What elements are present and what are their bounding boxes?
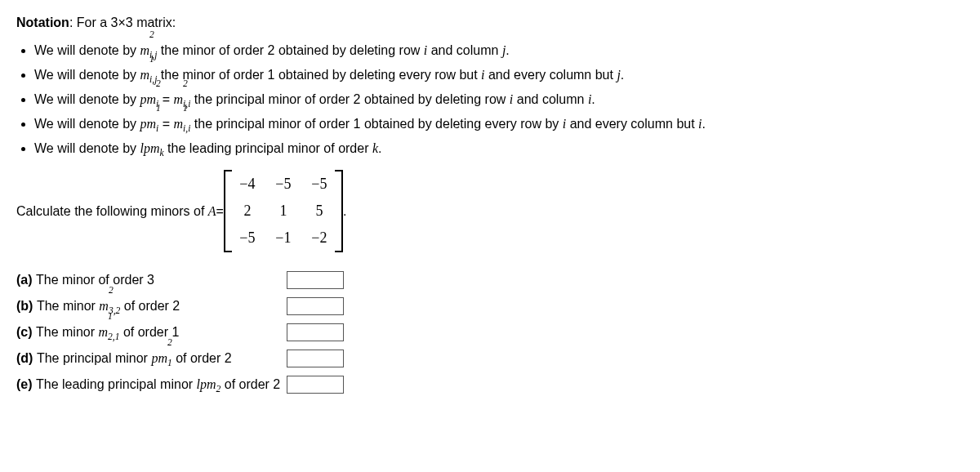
sym-base: m [174,117,184,131]
sym-base: m [140,43,150,57]
calculate-row: Calculate the following minors of A = −4… [16,170,964,252]
question-d-label: (d) The principal minor pm21 of order 2 [16,345,287,372]
text: We will denote by [34,141,140,155]
answer-input-e[interactable] [287,376,344,394]
question-c-label: (c) The minor m12,1 of order 1 [16,319,287,345]
text: We will denote by [34,43,140,57]
q-text: The leading principal minor [36,377,197,391]
matrix: −4 −5 −5 2 1 5 −5 −1 −2 [224,170,343,252]
notation-header: Notation: For a 3×3 matrix: [16,13,964,33]
text: and column [427,43,502,57]
matrix-body: −4 −5 −5 2 1 5 −5 −1 −2 [234,170,333,252]
q-letter: (a) [16,273,36,287]
question-a-label: (a) The minor of order 3 [16,267,287,293]
text: . [591,92,595,106]
q-text: of order 2 [172,351,232,365]
text: and every column but [485,68,617,82]
q-text: The minor [37,299,99,313]
sym-base: m [174,92,184,106]
matrix-cell: −2 [310,227,328,249]
text: the leading principal minor of order [164,141,372,155]
answer-input-c[interactable] [287,323,344,341]
q-text: The minor of order 3 [36,273,154,287]
q-letter: (c) [16,325,36,339]
q-letter: (e) [16,377,36,391]
q-text: of order 2 [120,299,180,313]
calc-prefix: Calculate the following minors of [16,202,204,221]
var: k [372,141,378,155]
text: We will denote by [34,68,140,82]
answer-input-a[interactable] [287,271,344,289]
questions: (a) The minor of order 3 (b) The minor m… [16,267,344,398]
notation-suffix: : For a 3×3 matrix: [69,16,176,29]
minor-symbol: m12,1 [98,325,119,339]
text: . [621,68,624,82]
minor-symbol: m1i,j [140,68,158,82]
answer-input-d[interactable] [287,350,344,367]
calc-A: A [208,202,216,221]
question-d: (d) The principal minor pm21 of order 2 [16,345,344,372]
q-text: The principal minor [37,351,152,365]
question-b: (b) The minor m23,2 of order 2 [16,293,344,319]
sym-base: lpm [197,377,216,391]
notation-item-1: We will denote by m2i,j the minor of ord… [34,41,964,60]
text: the principal minor of order 1 obtained … [190,117,562,131]
minor-symbol: pm1i [140,117,159,131]
matrix-cell: −5 [274,173,292,195]
question-c: (c) The minor m12,1 of order 1 [16,319,344,345]
notation-label: Notation [16,16,69,29]
text: We will denote by [34,117,140,131]
text: . [506,43,509,57]
text: and column [513,92,588,106]
notation-item-3: We will denote by pm2i = m2i,i the princ… [34,90,964,109]
minor-symbol: lpmk [140,141,164,155]
notation-list: We will denote by m2i,j the minor of ord… [16,41,964,158]
sym-base: pm [151,351,167,365]
question-a: (a) The minor of order 3 [16,267,344,293]
matrix-cell: −4 [238,173,256,195]
bracket-right [333,170,343,252]
text: . [378,141,381,155]
minor-symbol-2: m1i,i [174,117,191,131]
notation-item-4: We will denote by pm1i = m1i,i the princ… [34,114,964,134]
text: . [702,117,706,131]
calc-eq: = [216,202,224,221]
notation-item-5: We will denote by lpmk the leading princ… [34,139,964,158]
calc-period: . [343,202,346,221]
text: the principal minor of order 2 obtained … [190,92,509,106]
matrix-cell: 2 [238,200,256,222]
answer-input-b[interactable] [287,297,344,315]
question-e: (e) The leading principal minor lpm2 of … [16,372,344,398]
sym-base: m [98,325,108,339]
minor-symbol: pm21 [151,351,172,365]
q-letter: (b) [16,299,37,313]
sym-base: pm [140,117,157,131]
matrix-cell: 5 [310,200,328,222]
q-text: The minor [36,325,98,339]
sym-base: lpm [140,141,160,155]
minor-symbol: m2i,j [140,43,158,57]
notation-item-2: We will denote by m1i,j the minor of ord… [34,65,964,85]
matrix-cell: 1 [274,200,292,222]
minor-symbol-2: m2i,i [174,92,191,106]
sym-base: m [140,68,150,82]
text: and every column but [566,117,698,131]
bracket-left [224,170,234,252]
minor-symbol: lpm2 [197,377,221,391]
matrix-cell: −5 [310,173,328,195]
text: the minor of order 1 obtained by deletin… [157,68,481,82]
text: the minor of order 2 obtained by deletin… [157,43,423,57]
q-text: of order 2 [220,377,280,391]
eq: = [158,92,173,106]
sym-base: pm [140,92,157,106]
matrix-cell: −1 [274,227,292,249]
question-e-label: (e) The leading principal minor lpm2 of … [16,372,287,398]
eq: = [158,117,173,131]
question-b-label: (b) The minor m23,2 of order 2 [16,293,287,319]
q-letter: (d) [16,351,37,365]
matrix-cell: −5 [238,227,256,249]
text: We will denote by [34,92,140,106]
